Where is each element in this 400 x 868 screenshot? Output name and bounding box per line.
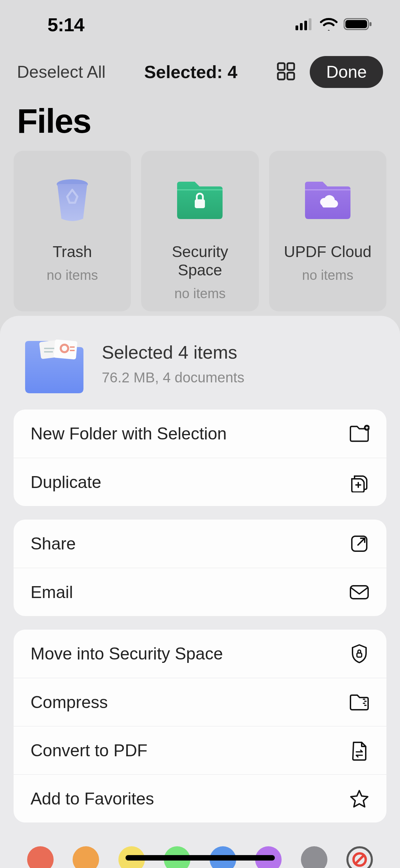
svg-rect-9 bbox=[278, 73, 285, 79]
deselect-all-button[interactable]: Deselect All bbox=[17, 62, 106, 82]
menu-item-label: Convert to PDF bbox=[31, 741, 148, 760]
menu-group: Share Email bbox=[14, 520, 386, 616]
page-title: Files bbox=[0, 98, 400, 151]
svg-rect-2 bbox=[304, 21, 307, 30]
status-indicators bbox=[296, 17, 380, 32]
menu-item-move-security[interactable]: Move into Security Space bbox=[14, 630, 386, 678]
color-tag-gray[interactable] bbox=[301, 846, 327, 868]
sheet-subtitle: 76.2 MB, 4 documents bbox=[102, 369, 244, 386]
folder-sub: no items bbox=[20, 268, 124, 283]
cloud-folder-icon bbox=[276, 171, 380, 229]
remove-tag-button[interactable] bbox=[346, 846, 373, 868]
svg-rect-22 bbox=[350, 586, 368, 599]
menu-item-label: New Folder with Selection bbox=[31, 424, 227, 444]
folder-sub: no items bbox=[276, 268, 380, 283]
svg-rect-7 bbox=[278, 63, 285, 70]
menu-item-label: Move into Security Space bbox=[31, 644, 223, 664]
menu-item-convert-pdf[interactable]: Convert to PDF bbox=[14, 726, 386, 774]
action-sheet: Selected 4 items 76.2 MB, 4 documents Ne… bbox=[0, 316, 400, 868]
menu-group: Move into Security Space Compress Conver… bbox=[14, 630, 386, 822]
convert-icon bbox=[349, 740, 369, 761]
selection-toolbar: Deselect All Selected: 4 Done bbox=[0, 46, 400, 98]
menu-item-label: Add to Favorites bbox=[31, 789, 154, 809]
wifi-icon bbox=[320, 18, 338, 32]
menu-item-label: Compress bbox=[31, 692, 108, 712]
svg-rect-1 bbox=[300, 23, 303, 30]
sheet-header: Selected 4 items 76.2 MB, 4 documents bbox=[14, 335, 386, 410]
sheet-title: Selected 4 items bbox=[102, 342, 244, 363]
color-tag-red[interactable] bbox=[27, 846, 54, 868]
shield-lock-icon bbox=[349, 644, 369, 664]
menu-item-label: Duplicate bbox=[31, 472, 101, 492]
duplicate-icon bbox=[349, 472, 369, 492]
svg-rect-10 bbox=[287, 73, 294, 79]
star-icon bbox=[349, 789, 369, 809]
mail-icon bbox=[349, 582, 369, 602]
battery-icon bbox=[344, 17, 373, 32]
home-indicator[interactable] bbox=[126, 855, 275, 861]
menu-item-label: Email bbox=[31, 582, 73, 602]
svg-rect-0 bbox=[296, 25, 298, 30]
menu-item-share[interactable]: Share bbox=[14, 520, 386, 568]
folder-name: Security Space bbox=[148, 242, 252, 279]
grid-view-icon[interactable] bbox=[276, 61, 296, 83]
status-bar: 5:14 bbox=[0, 0, 400, 46]
menu-item-compress[interactable]: Compress bbox=[14, 678, 386, 726]
svg-rect-6 bbox=[369, 22, 372, 26]
color-tag-orange[interactable] bbox=[73, 846, 99, 868]
svg-rect-5 bbox=[345, 20, 367, 28]
svg-rect-8 bbox=[287, 63, 294, 70]
color-tag-row bbox=[14, 836, 386, 868]
svg-line-25 bbox=[356, 855, 364, 864]
share-icon bbox=[349, 534, 369, 554]
compress-icon bbox=[349, 692, 369, 712]
folder-sub: no items bbox=[148, 286, 252, 301]
menu-item-add-favorites[interactable]: Add to Favorites bbox=[14, 774, 386, 822]
menu-item-duplicate[interactable]: Duplicate bbox=[14, 458, 386, 506]
menu-group: New Folder with Selection Duplicate bbox=[14, 410, 386, 506]
svg-rect-23 bbox=[357, 653, 362, 657]
folder-card-updf-cloud[interactable]: UPDF Cloud no items bbox=[269, 151, 386, 311]
selection-folder-icon bbox=[20, 335, 88, 393]
folder-name: UPDF Cloud bbox=[276, 242, 380, 261]
folder-card-trash[interactable]: Trash no items bbox=[14, 151, 131, 311]
svg-rect-14 bbox=[54, 339, 77, 360]
svg-rect-12 bbox=[195, 199, 205, 208]
cellular-icon bbox=[296, 18, 314, 32]
lock-folder-icon bbox=[148, 171, 252, 229]
folder-grid: Trash no items Security Space no items bbox=[0, 151, 400, 311]
new-folder-icon bbox=[349, 423, 369, 444]
svg-rect-3 bbox=[309, 18, 311, 30]
done-button[interactable]: Done bbox=[310, 56, 383, 88]
menu-item-email[interactable]: Email bbox=[14, 568, 386, 616]
menu-item-new-folder[interactable]: New Folder with Selection bbox=[14, 410, 386, 458]
trash-icon bbox=[20, 171, 124, 229]
selection-count: Selected: 4 bbox=[144, 62, 237, 82]
status-time: 5:14 bbox=[20, 14, 84, 36]
menu-item-label: Share bbox=[31, 534, 76, 554]
folder-name: Trash bbox=[20, 242, 124, 261]
folder-card-security-space[interactable]: Security Space no items bbox=[141, 151, 259, 311]
